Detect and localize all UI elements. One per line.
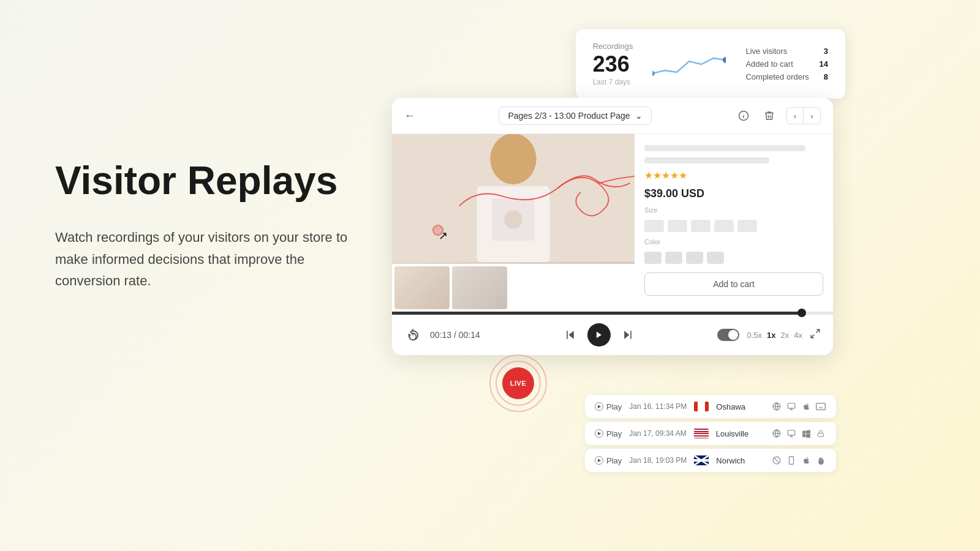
svg-rect-30 [818, 433, 824, 437]
color-swatch-1[interactable] [644, 252, 662, 264]
lock-icon-2 [815, 428, 826, 439]
browser-icon-1 [771, 401, 782, 412]
player-controls: 00:13 / 00:14 0.5x 1x 2x 4x [392, 315, 833, 355]
stats-row-orders: Completed orders 8 [745, 72, 828, 81]
apple-icon-3 [801, 455, 812, 466]
row-date-1: Jan 16, 11:34 PM [629, 402, 687, 411]
stats-row-live: Live visitors 3 [745, 47, 828, 56]
stats-left: Recordings 236 Last 7 days [593, 42, 633, 86]
player-card: ← Pages 2/3 - 13:00 Product Page ⌄ ‹ › [392, 98, 833, 355]
play-label-2: Play [606, 429, 622, 438]
row-date-2: Jan 17, 09:34 AM [629, 429, 686, 438]
size-swatch-4[interactable] [714, 220, 734, 232]
page-selector[interactable]: Pages 2/3 - 13:00 Product Page ⌄ [499, 107, 651, 125]
desktop-icon-1 [786, 401, 797, 412]
skip-back-button[interactable] [562, 326, 579, 343]
skip-forward-button[interactable] [619, 326, 636, 343]
time-display: 00:13 / 00:14 [430, 330, 480, 340]
row-icons-3 [771, 455, 826, 466]
row-icons-1 [771, 401, 826, 412]
stats-sublabel: Last 7 days [593, 78, 633, 86]
recordings-list: ▶ Play Jan 16, 11:34 PM Oshawa ▶ Play [585, 395, 836, 472]
row-city-2: Louisville [716, 429, 764, 438]
progress-thumb [797, 309, 806, 317]
play-button[interactable] [587, 323, 611, 347]
product-thumb-2[interactable] [452, 266, 507, 309]
player-content: ↗ ★★★★★ $39.00 USD Size Color [392, 134, 833, 312]
product-main-image: ↗ [392, 134, 635, 264]
stats-cart-label: Added to cart [745, 59, 793, 69]
play-row-2-button[interactable]: ▶ Play [595, 429, 622, 438]
svg-rect-27 [788, 430, 795, 435]
live-button[interactable]: LIVE [502, 367, 534, 399]
play-icon-3: ▶ [595, 456, 603, 465]
chevron-down-icon: ⌄ [635, 111, 643, 121]
play-label-3: Play [606, 456, 622, 465]
blocked-icon-3 [771, 455, 782, 466]
next-arrow[interactable]: › [804, 107, 821, 124]
stats-cart-value: 14 [820, 59, 828, 69]
row-city-3: Norwich [716, 456, 764, 465]
back-button[interactable]: ← [404, 110, 415, 122]
mobile-icon-3 [786, 455, 797, 466]
progress-bar-fill [392, 312, 802, 315]
svg-rect-33 [790, 457, 794, 465]
product-thumbnails [392, 264, 635, 312]
product-thumb-1[interactable] [394, 266, 450, 309]
size-swatch-2[interactable] [668, 220, 687, 232]
subtitle-text: Watch recordings of your visitors on you… [55, 227, 349, 291]
detail-line-2 [644, 157, 769, 163]
speed-05x[interactable]: 0.5x [747, 331, 762, 340]
product-image-svg [392, 134, 635, 263]
speed-4x[interactable]: 4x [794, 331, 802, 340]
windows-icon-2 [801, 428, 812, 439]
desktop-icon-2 [786, 428, 797, 439]
svg-rect-14 [630, 331, 631, 339]
size-options [644, 220, 823, 232]
fullscreen-button[interactable] [810, 328, 821, 342]
play-icon-2: ▶ [595, 429, 603, 438]
toggle-switch[interactable] [717, 329, 739, 341]
svg-point-1 [723, 57, 726, 63]
play-row-3-button[interactable]: ▶ Play [595, 456, 622, 465]
stats-right: Live visitors 3 Added to cart 14 Complet… [745, 47, 828, 81]
product-details: ★★★★★ $39.00 USD Size Color Add to cart [635, 134, 833, 312]
rewind-button[interactable] [404, 326, 421, 343]
size-swatch-5[interactable] [737, 220, 757, 232]
speed-2x[interactable]: 2x [781, 331, 790, 340]
color-swatch-3[interactable] [686, 252, 703, 264]
live-ripple: LIVE [502, 367, 534, 399]
trash-icon[interactable] [761, 107, 778, 124]
size-swatch-3[interactable] [691, 220, 710, 232]
prev-arrow[interactable]: ‹ [786, 107, 804, 124]
recording-row-2: ▶ Play Jan 17, 09:34 AM Louisville [585, 422, 836, 445]
stats-number: 236 [593, 53, 633, 75]
svg-rect-22 [816, 403, 826, 410]
color-swatch-4[interactable] [707, 252, 724, 264]
color-label: Color [644, 238, 823, 246]
apple-icon-1 [801, 401, 812, 412]
color-swatch-2[interactable] [665, 252, 682, 264]
flag-canada [694, 402, 709, 411]
main-title: Visitor Replays [55, 159, 349, 202]
play-icon-1: ▶ [595, 402, 603, 411]
stats-recordings-label: Recordings [593, 42, 633, 51]
progress-bar-container[interactable] [392, 312, 833, 315]
detail-line-1 [644, 145, 805, 151]
stats-sparkline [652, 49, 726, 80]
controls-center [562, 323, 636, 347]
play-row-1-button[interactable]: ▶ Play [595, 402, 622, 411]
size-swatch-1[interactable] [644, 220, 664, 232]
add-to-cart-button[interactable]: Add to cart [644, 272, 823, 296]
browser-icon-2 [771, 428, 782, 439]
speed-1x[interactable]: 1x [767, 331, 775, 340]
color-options [644, 252, 823, 264]
info-icon[interactable] [735, 107, 752, 124]
svg-rect-19 [788, 403, 795, 408]
svg-line-32 [774, 458, 779, 463]
page-selector-label: Pages 2/3 - 13:00 Product Page [508, 111, 630, 121]
row-date-3: Jan 18, 19:03 PM [629, 456, 687, 465]
stats-live-label: Live visitors [745, 47, 787, 56]
row-icons-2 [771, 428, 826, 439]
stats-orders-value: 8 [824, 72, 828, 81]
